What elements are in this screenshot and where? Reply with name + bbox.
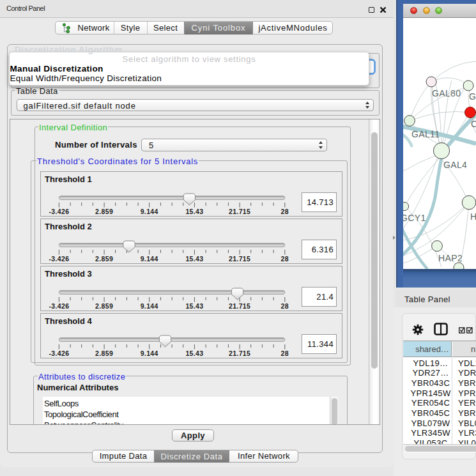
svg-text:2.859: 2.859 [95,349,113,357]
svg-text:9.144: 9.144 [141,349,158,357]
svg-text:15.43: 15.43 [185,208,203,215]
svg-text:GAL11: GAL11 [411,129,440,139]
svg-text:28: 28 [281,302,289,310]
svg-text:21.715: 21.715 [229,349,250,357]
svg-text:2.859: 2.859 [95,255,113,263]
svg-text:28: 28 [281,255,289,263]
svg-text:15.43: 15.43 [185,349,203,357]
svg-text:GAL80: GAL80 [432,88,461,98]
svg-text:28: 28 [281,349,289,357]
svg-text:21.715: 21.715 [229,208,250,215]
svg-text:2.859: 2.859 [95,302,113,310]
svg-text:15.43: 15.43 [185,302,203,310]
svg-text:GCY1: GCY1 [403,213,426,223]
svg-text:-3.426: -3.426 [49,208,69,215]
svg-text:21.715: 21.715 [229,255,250,263]
svg-text:9.144: 9.144 [141,255,158,263]
svg-text:9.144: 9.144 [141,302,158,310]
svg-text:C: C [471,119,476,129]
svg-text:HAP2: HAP2 [438,253,463,263]
svg-text:28: 28 [281,208,289,215]
svg-text:21.715: 21.715 [229,302,250,310]
svg-text:-3.426: -3.426 [49,302,69,310]
svg-text:-3.426: -3.426 [49,349,69,357]
svg-text:9.144: 9.144 [141,208,158,215]
svg-text:15.43: 15.43 [185,255,203,263]
svg-text:-3.426: -3.426 [49,255,69,263]
svg-text:H: H [470,211,476,222]
svg-text:2.859: 2.859 [95,208,113,215]
svg-text:GAL4: GAL4 [443,160,467,170]
svg-text:GA: GA [469,91,476,102]
